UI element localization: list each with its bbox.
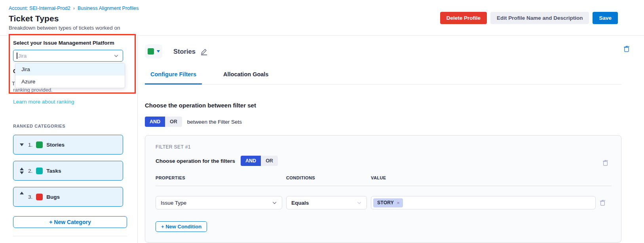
category-color-picker-button[interactable] xyxy=(145,44,162,58)
tabs: Configure Filters Allocation Goals xyxy=(145,69,621,85)
category-color-dot xyxy=(36,141,43,148)
category-name: Stories xyxy=(46,142,65,148)
platform-placeholder: Jira xyxy=(18,53,114,59)
category-color-dot xyxy=(36,168,43,174)
property-select-value: Issue Type xyxy=(161,200,186,206)
app: Account: SEI-Internal-Prod2 › Business A… xyxy=(0,0,644,243)
divider xyxy=(156,186,612,186)
filters-and-toggle-button[interactable]: AND xyxy=(241,156,261,166)
condition-row: Issue Type Equals STORY xyxy=(156,196,612,209)
category-card-stories[interactable]: 1. Stories xyxy=(13,135,123,154)
edit-pencil-icon[interactable] xyxy=(200,48,208,55)
filter-column-headers: PROPERTIES CONDITIONS VALUE xyxy=(156,175,612,180)
chevron-down-icon xyxy=(357,200,362,205)
delete-condition-trash-icon[interactable] xyxy=(600,199,612,206)
value-tag-label: STORY xyxy=(377,200,394,205)
page-header: Account: SEI-Internal-Prod2 › Business A… xyxy=(0,0,644,36)
category-name: Tasks xyxy=(46,168,61,174)
category-rank: 2. xyxy=(28,168,32,174)
platform-label: Select your Issue Management Platform xyxy=(13,40,137,46)
column-header-properties: PROPERTIES xyxy=(156,175,282,180)
filter-set-title: FILTER SET #1 xyxy=(156,144,612,150)
filters-operation-row: Choose operation for the filters AND OR xyxy=(156,156,612,166)
category-card-bugs[interactable]: 3. Bugs xyxy=(13,187,123,207)
column-header-value: VALUE xyxy=(371,175,596,180)
category-title: Stories xyxy=(173,48,196,55)
and-or-toggle: AND OR xyxy=(145,117,182,127)
category-header-row: Stories xyxy=(145,44,644,58)
chevron-down-icon xyxy=(272,200,277,205)
category-rank: 1. xyxy=(28,142,32,148)
delete-category-trash-icon[interactable] xyxy=(623,45,630,53)
column-header-conditions: CONDITIONS xyxy=(286,175,367,180)
condition-select[interactable]: Equals xyxy=(286,196,367,209)
divider xyxy=(13,236,127,236)
delete-filter-set-trash-icon[interactable] xyxy=(602,159,608,166)
dropdown-option-jira[interactable]: Jira xyxy=(15,63,125,75)
category-name: Bugs xyxy=(46,194,60,200)
property-select[interactable]: Issue Type xyxy=(156,196,282,209)
obscured-content: C T ranking provided. Jira Azure xyxy=(13,62,132,98)
obscured-text-fragment: T xyxy=(12,81,15,87)
value-input[interactable]: STORY × xyxy=(371,196,596,209)
sort-down-icon[interactable] xyxy=(19,143,25,146)
breadcrumb-section-link[interactable]: Business Alignment Profiles xyxy=(78,6,139,11)
edit-profile-button[interactable]: Edit Profile Name and Description xyxy=(490,12,589,24)
operation-heading: Choose the operation between filter set xyxy=(145,102,644,109)
color-swatch xyxy=(148,48,154,55)
condition-select-value: Equals xyxy=(291,200,309,206)
ranked-categories-label: RANKED CATEGORIES xyxy=(13,124,137,128)
filters-or-toggle-button[interactable]: OR xyxy=(261,156,278,166)
breadcrumb: Account: SEI-Internal-Prod2 › Business A… xyxy=(9,5,644,11)
category-card-tasks[interactable]: 2. Tasks xyxy=(13,161,123,181)
filter-set-operation-row: AND OR between the Filter Sets xyxy=(145,117,644,127)
sidebar: Select your Issue Management Platform Ji… xyxy=(0,36,138,243)
page-subtitle: Breakdown between types of tickets worke… xyxy=(9,25,644,31)
delete-profile-button[interactable]: Delete Profile xyxy=(440,12,487,24)
category-rank: 3. xyxy=(28,194,32,200)
main-content: Stories Configure Filters Allocation xyxy=(138,36,644,243)
save-button[interactable]: Save xyxy=(593,12,618,24)
dropdown-option-azure[interactable]: Azure xyxy=(15,75,125,88)
filters-and-or-toggle: AND OR xyxy=(241,156,278,166)
sort-up-icon[interactable] xyxy=(19,192,25,194)
new-condition-button[interactable]: + New Condition xyxy=(156,221,207,232)
learn-more-ranking-link[interactable]: Learn more about ranking xyxy=(13,99,74,105)
tag-remove-icon[interactable]: × xyxy=(397,200,400,206)
chevron-down-icon xyxy=(114,53,119,58)
value-tag: STORY × xyxy=(373,198,403,207)
or-toggle-button[interactable]: OR xyxy=(165,117,182,127)
breadcrumb-account-link[interactable]: Account: SEI-Internal-Prod2 xyxy=(9,6,70,11)
operation-caption: between the Filter Sets xyxy=(187,119,242,125)
category-color-dot xyxy=(36,194,43,200)
platform-dropdown-menu: Jira Azure xyxy=(15,63,125,88)
text-cursor xyxy=(17,53,17,59)
filter-set-panel: FILTER SET #1 Choose operation for the f… xyxy=(145,135,621,243)
sort-both-icon[interactable] xyxy=(19,168,25,174)
filters-operation-label: Choose operation for the filters xyxy=(156,158,235,164)
and-toggle-button[interactable]: AND xyxy=(145,117,165,127)
new-category-button[interactable]: + New Category xyxy=(13,216,127,228)
caret-down-icon xyxy=(157,50,160,53)
tab-configure-filters[interactable]: Configure Filters xyxy=(145,69,202,85)
tab-allocation-goals[interactable]: Allocation Goals xyxy=(221,69,271,84)
header-actions: Delete Profile Edit Profile Name and Des… xyxy=(440,12,618,24)
platform-select-input[interactable]: Jira xyxy=(13,50,123,62)
breadcrumb-separator-icon: › xyxy=(73,5,75,11)
